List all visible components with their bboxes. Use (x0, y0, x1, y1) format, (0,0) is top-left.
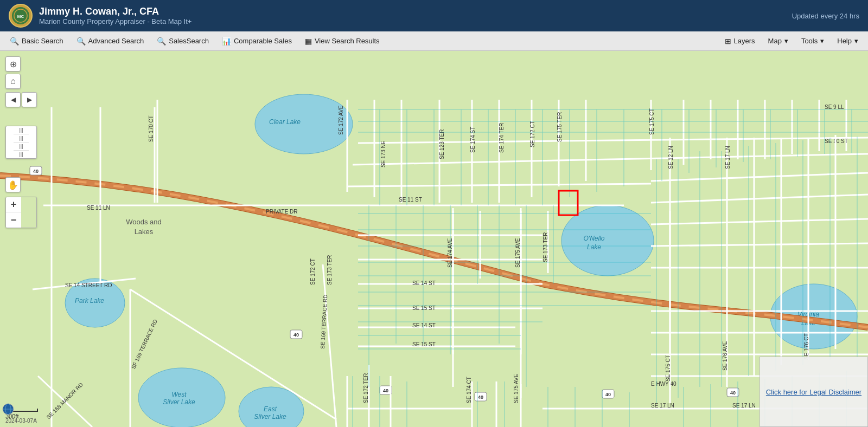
svg-text:40: 40 (605, 392, 611, 397)
locate-button[interactable]: ⊕ (5, 56, 21, 72)
sales-search-icon: 🔍 (157, 37, 166, 46)
help-label: Help (837, 37, 852, 45)
tools-dropdown-icon: ▾ (820, 37, 824, 45)
header: MC Jimmy H. Cowan, Jr., CFA Marion Count… (0, 0, 868, 31)
comparable-sales-button[interactable]: 📊 Comparable Sales (216, 35, 297, 48)
se-174-st-label: SE 174 ST (470, 127, 476, 153)
header-name: Jimmy H. Cowan, Jr., CFA (39, 6, 192, 17)
logo: MC (9, 4, 33, 28)
se-14-st-label: SE 14 ST (412, 280, 436, 286)
zoom-out-button[interactable]: − (6, 212, 21, 228)
se-176-ave-label: SE 176 AVE (722, 341, 728, 371)
se-174-ct-label: SE 174 CT (466, 377, 472, 403)
woods-lakes-label2: Lakes (135, 228, 154, 236)
legal-disclaimer[interactable]: Click here for Legal Disclaimer (760, 357, 868, 427)
advanced-search-button[interactable]: 🔍 Advanced Search (71, 35, 150, 48)
se-12-ln-label: SE 12 LN (668, 146, 674, 169)
layers-label: Layers (734, 37, 755, 45)
se-11-st-label: SE 11 ST (399, 197, 422, 203)
se-15-st-label2: SE 15 ST (412, 341, 436, 347)
toolbar: 🔍 Basic Search 🔍 Advanced Search 🔍 Sales… (0, 31, 868, 51)
sales-search-button[interactable]: 🔍 SalesSearch (151, 35, 214, 48)
se-123-ter-label: SE 123 TER (439, 130, 445, 159)
header-title: Jimmy H. Cowan, Jr., CFA Marion County P… (39, 6, 192, 25)
locate-icon: ⊕ (10, 59, 17, 69)
onello-lake-label: O'Nello (584, 235, 605, 242)
basic-search-label: Basic Search (22, 37, 63, 45)
pan-button[interactable]: ✋ (5, 177, 21, 192)
help-dropdown-icon: ▾ (854, 37, 858, 45)
se-173-ter-label: SE 173 TER (327, 255, 333, 285)
layers-icon: ⊞ (725, 37, 731, 46)
update-notice: Updated every 24 hrs (792, 12, 859, 20)
tools-button[interactable]: Tools ▾ (796, 35, 829, 47)
road-label-m1: SE 14 ST (412, 322, 436, 328)
se-175-ct-label: SE 175 CT (665, 355, 671, 381)
se-175-ave-label: SE 175 AVE (513, 373, 519, 403)
advanced-search-label: Advanced Search (88, 37, 144, 45)
svg-text:40: 40 (478, 394, 483, 400)
map-button[interactable]: Map ▾ (763, 35, 794, 47)
e-hwy-40-label: E HWY 40 (651, 381, 676, 387)
se-175-ter-label: SE 175 TER (557, 112, 563, 142)
layers-button[interactable]: ⊞ Layers (719, 35, 761, 48)
map-container[interactable]: Clear Lake O'Nello Lake Virginia Lake Pa… (0, 51, 868, 427)
home-button[interactable]: ⌂ (5, 74, 21, 89)
map-controls: ⊕ ⌂ ◀ ▶ ||| ||| ||| ||| ✋ + − (5, 56, 37, 228)
view-search-results-button[interactable]: ▦ View Search Results (299, 35, 385, 48)
nav-prev-button[interactable]: ◀ (5, 92, 21, 107)
se-176-ct-label: SE 176 CT (803, 333, 809, 360)
date-stamp: 2024-03-07A (5, 418, 37, 424)
basic-search-button[interactable]: 🔍 Basic Search (4, 35, 69, 48)
search-icon: 🔍 (10, 37, 19, 46)
private-dr-label: PRIVATE DR (266, 209, 298, 215)
comparable-sales-label: Comparable Sales (234, 37, 292, 45)
se-172-ct2-label: SE 172 CT (310, 258, 316, 285)
header-subtitle: Marion County Property Appraiser - Beta … (39, 17, 192, 25)
svg-text:40: 40 (730, 390, 736, 396)
map-label: Map (768, 37, 782, 45)
se-175-ct-label: SE 175 CT (649, 108, 655, 135)
se-172-ct-label: SE 172 CT (529, 121, 535, 147)
view-search-results-label: View Search Results (315, 37, 380, 45)
park-lake-label: Park Lake (75, 297, 104, 305)
se-17-ln-bottom-label2: SE 17 LN (732, 403, 756, 409)
tools-label: Tools (801, 37, 818, 45)
se-14-st-rd-label: SE 14 STREET RD (65, 282, 112, 288)
se-172-ave-label: SE 172 AVE (338, 105, 344, 135)
logo-inner: MC (11, 6, 30, 25)
se-17-ln-bottom-label: SE 17 LN (651, 403, 674, 409)
se-173-ter2-label: SE 173 TER (542, 232, 548, 262)
svg-text:40: 40 (383, 388, 388, 393)
east-silver-label: East (264, 405, 277, 413)
header-left: MC Jimmy H. Cowan, Jr., CFA Marion Count… (9, 4, 192, 28)
woods-lakes-label: Woods and (126, 218, 162, 226)
se-124-ave-label: SE 174 AVE (447, 238, 453, 268)
home-icon: ⌂ (10, 76, 16, 86)
globe-icon (2, 403, 14, 415)
se-9-ll-label: SE 9 LL (825, 104, 844, 110)
map-dropdown-icon: ▾ (784, 37, 788, 45)
help-button[interactable]: Help ▾ (832, 35, 864, 47)
zoom-in-button[interactable]: + (6, 197, 21, 212)
nav-next-button[interactable]: ▶ (22, 92, 37, 107)
se-172-ter-label: SE 172 TER (363, 373, 369, 403)
se-17-ln-label: SE 17 LN (725, 146, 731, 169)
onello-lake-label2: Lake (587, 243, 601, 251)
east-silver-label2: Silver Lake (254, 413, 286, 420)
svg-text:MC: MC (17, 14, 24, 19)
west-silver-label: West (171, 391, 187, 398)
svg-text:40: 40 (293, 332, 299, 338)
se-175-ave2-label: SE 175 AVE (515, 238, 521, 268)
se-174-ter-label: SE 174 TER (499, 123, 505, 153)
legal-disclaimer-link[interactable]: Click here for Legal Disclaimer (766, 388, 861, 396)
grid-icon: ▦ (305, 37, 312, 46)
clear-lake-label: Clear Lake (269, 118, 301, 126)
toolbar-right: ⊞ Layers Map ▾ Tools ▾ Help ▾ (719, 35, 864, 48)
se-11-ln-label: SE 11 LN (87, 205, 110, 211)
se-170-ct-label: SE 170 CT (148, 115, 154, 142)
advanced-search-icon: 🔍 (76, 37, 86, 46)
map-svg: Clear Lake O'Nello Lake Virginia Lake Pa… (0, 51, 868, 427)
west-silver-label2: Silver Lake (163, 398, 195, 406)
se-173-ne-label: SE 173 NE (380, 140, 386, 167)
